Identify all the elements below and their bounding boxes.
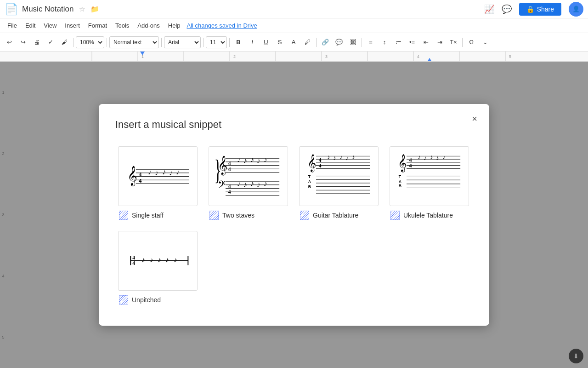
menu-edit[interactable]: Edit bbox=[22, 20, 39, 31]
trending-icon[interactable]: 📈 bbox=[484, 4, 494, 14]
spellcheck-button[interactable]: ✓ bbox=[44, 36, 57, 49]
svg-line-73 bbox=[216, 218, 219, 220]
hatch-icon-single-staff bbox=[119, 211, 128, 220]
svg-text:𝅘𝅥𝅯: 𝅘𝅥𝅯 bbox=[334, 156, 336, 161]
snippet-grid: 𝄞 4 4 𝅘𝅥𝅯 𝅘𝅥𝅯 𝅘𝅥𝅯 𝅘𝅥𝅯 𝅘𝅥𝅯 bbox=[115, 144, 473, 307]
size-select[interactable]: 11 bbox=[206, 36, 227, 48]
svg-line-72 bbox=[214, 215, 219, 220]
snippet-text-unpitched: Unpitched bbox=[132, 296, 161, 304]
hatch-icon-guitar-tab bbox=[300, 211, 309, 220]
doc-title: Music Notation bbox=[22, 5, 74, 14]
menu-format[interactable]: Format bbox=[85, 20, 111, 31]
svg-text:B: B bbox=[398, 184, 401, 188]
list-button[interactable]: ≔ bbox=[392, 36, 405, 49]
line-spacing-button[interactable]: ↕ bbox=[378, 36, 391, 49]
print-button[interactable]: 🖨 bbox=[30, 36, 43, 49]
divider3 bbox=[161, 38, 162, 47]
font-select[interactable]: Arial bbox=[164, 36, 201, 48]
snippet-unpitched[interactable]: 4 4 𝅘𝅥𝅯 𝅘𝅥𝅯 𝅘𝅥𝅯 𝅘𝅥𝅯 𝅘𝅥𝅯 bbox=[115, 228, 200, 307]
italic-button[interactable]: I bbox=[246, 36, 259, 49]
snippet-two-staves[interactable]: } 𝄞 4 4 bbox=[206, 144, 291, 223]
svg-line-125 bbox=[390, 211, 393, 213]
clear-format-button[interactable]: T× bbox=[447, 36, 460, 49]
star-icon[interactable]: ☆ bbox=[79, 5, 85, 13]
svg-line-130 bbox=[395, 215, 400, 220]
style-select[interactable]: Normal text bbox=[109, 36, 159, 48]
svg-line-146 bbox=[119, 295, 128, 305]
snippet-label-single-staff: Single staff bbox=[118, 211, 198, 220]
snippet-preview-two-staves: } 𝄞 4 4 bbox=[209, 146, 288, 206]
share-button[interactable]: 🔒 Share bbox=[519, 3, 561, 16]
svg-line-103 bbox=[307, 218, 309, 220]
topbar: 📄 Music Notation ☆ 📁 📈 💬 🔒 Share 👤 bbox=[0, 0, 588, 18]
svg-rect-0 bbox=[0, 52, 588, 62]
svg-line-33 bbox=[119, 211, 124, 215]
indent-increase-button[interactable]: ⇥ bbox=[433, 36, 446, 49]
menu-addons[interactable]: Add-ons bbox=[134, 20, 163, 31]
paint-format-button[interactable]: 🖌 bbox=[58, 36, 71, 49]
svg-line-97 bbox=[300, 211, 302, 213]
svg-line-126 bbox=[390, 211, 395, 215]
snippet-text-guitar-tab: Guitar Tablature bbox=[313, 212, 358, 219]
text-color-button[interactable]: A bbox=[287, 36, 300, 49]
svg-text:𝄞: 𝄞 bbox=[307, 155, 316, 173]
svg-text:B: B bbox=[308, 184, 311, 189]
insert-image-button[interactable]: 🖼 bbox=[346, 36, 359, 49]
snippet-single-staff[interactable]: 𝄞 4 4 𝅘𝅥𝅯 𝅘𝅥𝅯 𝅘𝅥𝅯 𝅘𝅥𝅯 𝅘𝅥𝅯 bbox=[115, 144, 200, 223]
modal-overlay: Insert a musical snippet × bbox=[0, 62, 588, 368]
svg-text:T: T bbox=[398, 175, 401, 179]
insert-special-button[interactable]: Ω bbox=[465, 36, 478, 49]
folder-icon[interactable]: 📁 bbox=[90, 5, 99, 13]
redo-button[interactable]: ↪ bbox=[17, 36, 29, 49]
snippet-ukulele-tab[interactable]: 𝄞 4 4 𝅘𝅥𝅯 𝅘𝅥𝅯 𝅘𝅥𝅯 𝅘𝅥𝅯 𝅘𝅥𝅯 bbox=[387, 144, 472, 223]
insert-comment-button[interactable]: 💬 bbox=[333, 36, 345, 49]
svg-line-68 bbox=[209, 211, 214, 215]
highlight-button[interactable]: 🖊 bbox=[301, 36, 314, 49]
svg-line-37 bbox=[124, 215, 128, 220]
menu-help[interactable]: Help bbox=[164, 20, 184, 31]
close-button[interactable]: × bbox=[467, 111, 482, 126]
svg-text:𝅘𝅥𝅯: 𝅘𝅥𝅯 bbox=[176, 170, 179, 175]
underline-button[interactable]: U bbox=[260, 36, 272, 49]
divider7 bbox=[362, 38, 362, 47]
divider6 bbox=[316, 38, 317, 47]
align-button[interactable]: ≡ bbox=[364, 36, 377, 49]
menu-file[interactable]: File bbox=[4, 20, 21, 31]
snippet-label-two-staves: Two staves bbox=[209, 211, 288, 220]
svg-line-100 bbox=[300, 211, 309, 220]
menubar: File Edit View Insert Format Tools Add-o… bbox=[0, 18, 588, 33]
menu-tools[interactable]: Tools bbox=[112, 20, 133, 31]
svg-line-67 bbox=[209, 211, 212, 213]
undo-button[interactable]: ↩ bbox=[3, 36, 16, 49]
link-button[interactable]: 🔗 bbox=[319, 36, 332, 49]
menu-view[interactable]: View bbox=[40, 20, 60, 31]
zoom-select[interactable]: 100% bbox=[76, 36, 104, 48]
svg-text:4: 4 bbox=[228, 184, 231, 189]
bold-button[interactable]: B bbox=[232, 36, 245, 49]
more-button[interactable]: ⌄ bbox=[479, 36, 492, 49]
snippet-guitar-tab[interactable]: 𝄞 4 4 𝅘𝅥𝅯 𝅘𝅥𝅯 𝅘𝅥𝅯 𝅘𝅥𝅯 𝅘𝅥𝅯 bbox=[296, 144, 381, 223]
svg-text:4: 4 bbox=[318, 163, 321, 169]
svg-text:𝅘𝅥𝅯: 𝅘𝅥𝅯 bbox=[162, 170, 165, 175]
svg-text:4: 4 bbox=[132, 261, 135, 266]
saved-link[interactable]: All changes saved in Drive bbox=[187, 22, 257, 29]
indent-decrease-button[interactable]: ⇤ bbox=[419, 36, 432, 49]
svg-text:4: 4 bbox=[228, 167, 231, 172]
svg-text:5: 5 bbox=[509, 54, 511, 59]
svg-text:4: 4 bbox=[138, 177, 141, 184]
bullet-list-button[interactable]: •≡ bbox=[406, 36, 418, 49]
share-label: Share bbox=[537, 6, 554, 13]
svg-text:𝅘𝅥𝅯: 𝅘𝅥𝅯 bbox=[250, 182, 253, 186]
strikethrough-button[interactable]: S bbox=[273, 36, 286, 49]
svg-line-102 bbox=[305, 215, 309, 220]
svg-line-98 bbox=[300, 211, 305, 215]
svg-line-131 bbox=[397, 218, 400, 220]
snippet-label-guitar-tab: Guitar Tablature bbox=[299, 211, 379, 220]
menu-insert[interactable]: Insert bbox=[61, 20, 84, 31]
svg-text:4: 4 bbox=[132, 255, 135, 260]
svg-line-148 bbox=[124, 300, 128, 305]
comment-icon[interactable]: 💬 bbox=[502, 4, 512, 14]
snippet-text-two-staves: Two staves bbox=[222, 212, 254, 219]
svg-text:1: 1 bbox=[141, 54, 144, 59]
toolbar: ↩ ↪ 🖨 ✓ 🖌 100% Normal text Arial 11 B I … bbox=[0, 33, 588, 52]
